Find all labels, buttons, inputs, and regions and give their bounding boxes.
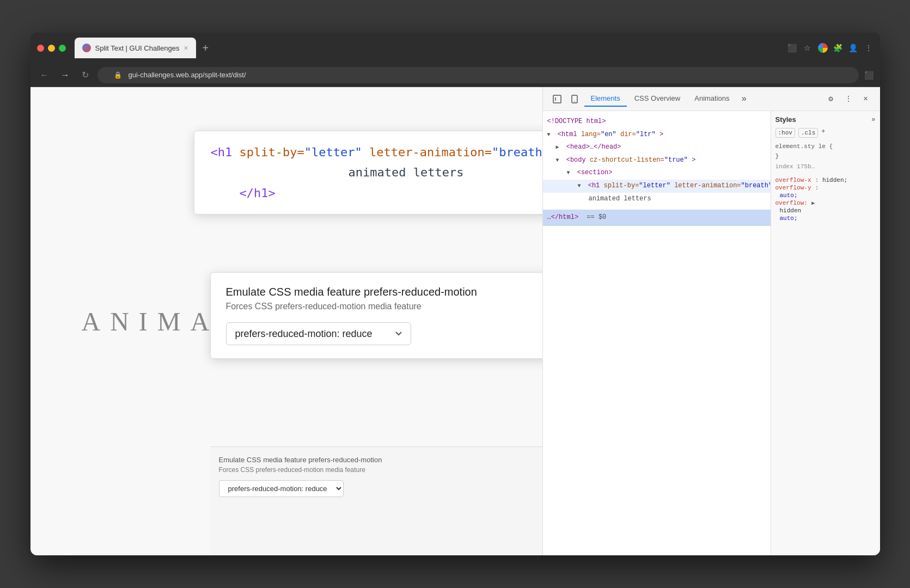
tab-favicon-icon (82, 44, 91, 52)
chrome-logo-icon (818, 43, 828, 53)
h1-open-tag: <h1 (211, 145, 233, 159)
overflow-y-val: auto; (775, 192, 876, 199)
bookmark-icon[interactable]: ☆ (803, 43, 813, 53)
address-text: gui-challenges.web.app/split-text/dist/ (129, 71, 246, 79)
tab-elements[interactable]: Elements (584, 91, 627, 107)
dir-attr: dir= (620, 131, 636, 138)
lang-attr: lang= (581, 131, 601, 138)
address-bar: ← → ↻ 🔒 gui-challenges.web.app/split-tex… (30, 63, 880, 87)
cz-attr: cz-shortcut-listen= (590, 156, 664, 164)
styles-toolbar: :hov .cls + (775, 128, 876, 138)
style-close-brace: } (775, 152, 876, 162)
cz-val: "true" (664, 156, 688, 164)
tab-css-overview[interactable]: CSS Overview (628, 91, 687, 107)
dom-section[interactable]: ▼ <section> (543, 167, 771, 180)
dom-tree[interactable]: <!DOCTYPE html> ▼ <html lang="en" dir="l… (543, 111, 771, 555)
body-tag-close: > (692, 156, 695, 164)
minimize-window-button[interactable] (48, 45, 55, 52)
overflow-styles: overflow-x : hidden; overflow-y : auto; (775, 176, 876, 222)
overflow-hidden-val: hidden (775, 207, 876, 215)
code-line-3: </h1> (211, 183, 542, 203)
bg-panel-title: Emulate CSS media feature prefers-reduce… (219, 456, 534, 464)
inspector-icon[interactable] (549, 91, 565, 107)
devtools-settings-button[interactable]: ⚙ (823, 91, 839, 107)
overflow-style: overflow: ▶ (775, 199, 876, 207)
overflow-x-style: overflow-x : hidden; (775, 176, 876, 184)
lang-val: "en" (601, 131, 616, 138)
expand-arrow-head-icon[interactable]: ▶ (556, 143, 563, 152)
expand-arrow-icon[interactable]: ▼ (547, 130, 554, 140)
title-bar: Split Text | GUI Challenges × + ⬛ ☆ 🧩 👤 … (30, 33, 880, 63)
maximize-window-button[interactable] (59, 45, 66, 52)
split-by-dom-attr: split-by= (604, 182, 639, 189)
dom-h1[interactable]: ▼ <h1 split-by="letter" letter-animation… (543, 180, 771, 193)
address-input[interactable]: 🔒 gui-challenges.web.app/split-text/dist… (97, 67, 859, 83)
devtools-header-actions: ⚙ ⋮ × (823, 91, 874, 107)
styles-more-button[interactable]: » (871, 116, 875, 124)
bg-panel-select[interactable]: prefers-reduced-motion: reduce (219, 480, 344, 497)
html-footer-tag: …</html> (547, 213, 579, 221)
new-tab-button[interactable]: + (198, 40, 213, 57)
expand-arrow-body-icon[interactable]: ▼ (556, 156, 563, 166)
h1-close-tag: </h1> (211, 186, 276, 200)
devtools-more-tabs-button[interactable]: » (737, 92, 752, 106)
styles-title: Styles (775, 115, 796, 124)
address-actions: ⬛ (864, 71, 874, 79)
dom-doctype: <!DOCTYPE html> (543, 115, 771, 128)
title-bar-actions: ⬛ ☆ 🧩 👤 ⋮ (787, 43, 874, 53)
motion-popup: × Emulate CSS media feature prefers-redu… (210, 272, 542, 359)
forward-button[interactable]: → (58, 68, 73, 82)
style-block: element.sty le { } (775, 142, 876, 161)
h1-tag-open: <h1 (588, 182, 600, 189)
style-selector: element.sty le { (775, 142, 876, 152)
overflow-y-style: overflow-y : (775, 184, 876, 192)
close-window-button[interactable] (37, 45, 44, 52)
letter-animation-val: "breath" (492, 145, 542, 159)
cls-button[interactable]: .cls (798, 128, 818, 138)
dir-val: "ltr" (636, 131, 656, 138)
profile-icon[interactable]: 👤 (848, 43, 858, 53)
overflow-auto-val: auto; (775, 215, 876, 222)
lock-icon: 🔒 (114, 71, 122, 79)
tab-close-button[interactable]: × (184, 44, 188, 52)
dom-html-footer[interactable]: …</html> == $0 (543, 210, 771, 226)
back-button[interactable]: ← (37, 68, 52, 82)
elements-panel: <!DOCTYPE html> ▼ <html lang="en" dir="l… (543, 111, 880, 555)
split-by-attr: split-by= (240, 145, 304, 159)
dollar-sign: == $0 (587, 213, 606, 221)
svg-point-2 (574, 101, 575, 102)
body-tag-open: <body (566, 156, 586, 164)
code-tooltip: <h1 split-by="letter" letter-animation="… (194, 131, 542, 215)
split-by-dom-val: "letter" (639, 182, 670, 189)
devtools-header: Elements CSS Overview Animations » ⚙ ⋮ × (543, 87, 880, 111)
triangle-icon: ▶ (811, 200, 815, 206)
cast-icon[interactable]: ⬛ (787, 43, 797, 53)
dom-html[interactable]: ▼ <html lang="en" dir="ltr" > (543, 128, 771, 142)
tab-animations[interactable]: Animations (688, 91, 736, 107)
screen-share-icon[interactable]: ⬛ (864, 71, 874, 79)
devtools-panel: Elements CSS Overview Animations » ⚙ ⋮ ×… (542, 87, 880, 555)
devtools-close-button[interactable]: × (858, 91, 874, 107)
svg-rect-0 (553, 95, 561, 103)
styles-panel: Styles » :hov .cls + element.sty le { } (771, 111, 880, 555)
device-toolbar-icon[interactable] (567, 91, 582, 107)
letter-animation-dom-attr: letter-animation= (674, 182, 741, 189)
dom-body[interactable]: ▼ <body cz-shortcut-listen="true" > (543, 154, 771, 167)
refresh-button[interactable]: ↻ (78, 68, 92, 82)
hov-button[interactable]: :hov (775, 128, 795, 138)
styles-header: Styles » (775, 115, 876, 124)
expand-arrow-section-icon[interactable]: ▼ (567, 168, 573, 178)
bg-panel-subtitle: Forces CSS prefers-reduced-motion media … (219, 466, 534, 474)
extensions-icon[interactable]: 🧩 (833, 43, 843, 53)
h1-inner-text: animated letters (589, 195, 651, 203)
add-style-button[interactable]: + (821, 128, 825, 138)
menu-icon[interactable]: ⋮ (864, 43, 874, 53)
devtools-more-options-button[interactable]: ⋮ (841, 91, 856, 107)
html-tag-close: > (659, 131, 663, 138)
browser-content: ANIMATED LETTERS <h1 split-by="letter" l… (30, 87, 880, 555)
browser-tab[interactable]: Split Text | GUI Challenges × (75, 38, 196, 58)
expand-arrow-h1-icon[interactable]: ▼ (578, 181, 584, 191)
dom-head[interactable]: ▶ <head>…</head> (543, 141, 771, 154)
motion-dropdown-select[interactable]: prefers-reduced-motion: reduce No emulat… (226, 322, 411, 345)
code-inner-text: animated letters (211, 162, 542, 182)
